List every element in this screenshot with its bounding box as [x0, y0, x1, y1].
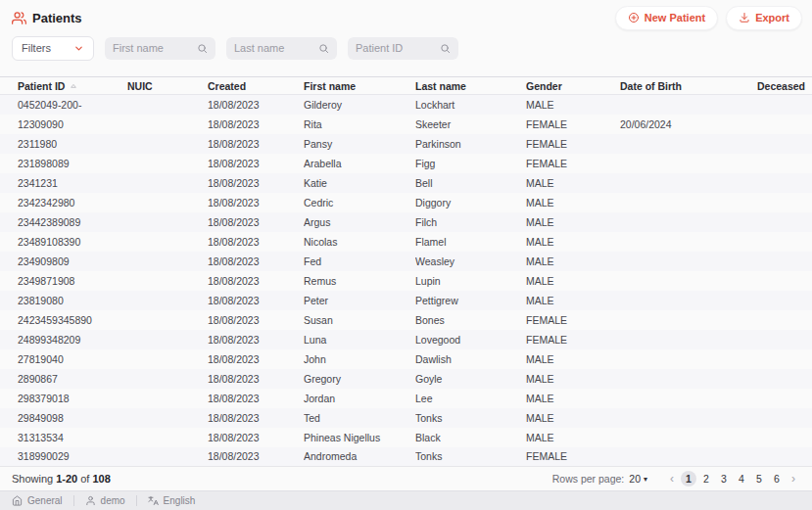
last-name-input[interactable] [234, 42, 318, 54]
cell-dob [620, 95, 757, 115]
cell-deceased [757, 349, 812, 369]
table-row[interactable]: 2984909818/08/2023TedTonksMALE [0, 408, 812, 428]
table-row[interactable]: 29837901818/08/2023JordanLeeMALE [0, 389, 812, 408]
cell-first-name: Andromeda [304, 447, 415, 467]
cell-last-name: Parkinson [415, 134, 526, 154]
cell-nuic [127, 408, 208, 428]
status-item-label: General [27, 495, 63, 506]
cell-first-name: Ted [304, 408, 415, 428]
page-button-5[interactable]: 5 [751, 471, 767, 487]
page-button-2[interactable]: 2 [698, 471, 714, 487]
cell-gender: MALE [526, 389, 620, 408]
cell-dob [620, 447, 757, 467]
cell-patient-id: 24899348209 [0, 330, 127, 349]
patients-table: Patient ID NUIC Created First name Last … [0, 76, 812, 467]
cell-nuic [127, 330, 208, 349]
column-header-created[interactable]: Created [208, 77, 304, 95]
column-header-deceased[interactable]: Deceased [757, 77, 812, 95]
cell-patient-id: 298379018 [0, 389, 127, 408]
next-page-button[interactable]: › [787, 471, 800, 487]
column-header-gender[interactable]: Gender [526, 77, 620, 95]
cell-nuic [127, 95, 208, 115]
table-row[interactable]: 234987190818/08/2023RemusLupinMALE [0, 271, 812, 291]
table-row[interactable]: 234234298018/08/2023CedricDiggoryMALE [0, 193, 812, 212]
table-footer: Showing 1-20 of 108 Rows per page: 20 ▾ … [0, 467, 812, 490]
cell-patient-id: 2890867 [0, 369, 127, 389]
page-button-6[interactable]: 6 [769, 471, 785, 487]
table-row[interactable]: 231198018/08/2023PansyParkinsonFEMALE [0, 134, 812, 154]
table-row[interactable]: 2489934820918/08/2023LunaLovegoodFEMALE [0, 330, 812, 349]
table-row[interactable]: 2348910839018/08/2023NicolasFlamelMALE [0, 232, 812, 252]
cell-created: 18/08/2023 [208, 134, 304, 154]
table-row[interactable]: 31899002918/08/2023AndromedaTonksFEMALE [0, 447, 812, 467]
cell-gender: FEMALE [526, 115, 620, 134]
cell-deceased [757, 310, 812, 330]
cell-gender: MALE [526, 193, 620, 212]
cell-deceased [757, 291, 812, 310]
patients-table-wrap: Patient ID NUIC Created First name Last … [0, 76, 812, 467]
rows-per-page-select[interactable]: 20 ▾ [629, 473, 647, 485]
cell-created: 18/08/2023 [208, 193, 304, 212]
cell-last-name: Tonks [415, 447, 526, 467]
new-patient-button[interactable]: New Patient [615, 6, 718, 30]
table-row[interactable]: 3131353418/08/2023Phineas NigellusBlackM… [0, 428, 812, 447]
page-button-3[interactable]: 3 [716, 471, 732, 487]
header: Patients New Patient Export [0, 0, 812, 35]
first-name-input[interactable] [113, 42, 197, 54]
page-button-1[interactable]: 1 [681, 471, 696, 487]
table-row[interactable]: 289086718/08/2023GregoryGoyleMALE [0, 369, 812, 389]
column-header-date-of-birth[interactable]: Date of Birth [620, 77, 757, 95]
table-row[interactable]: 242345934589018/08/2023SusanBonesFEMALE [0, 310, 812, 330]
patients-page: Patients New Patient Export [0, 0, 812, 490]
table-row[interactable]: 234123118/08/2023KatieBellMALE [0, 173, 812, 193]
pagination: ‹ 123456 › [665, 471, 800, 487]
showing-summary: Showing 1-20 of 108 [12, 473, 111, 485]
cell-deceased [757, 154, 812, 173]
cell-last-name: Bones [415, 310, 526, 330]
cell-patient-id: 27819040 [0, 349, 127, 369]
page-numbers: 123456 [681, 471, 785, 487]
table-row[interactable]: 2781904018/08/2023JohnDawlishMALE [0, 349, 812, 369]
patient-id-input[interactable] [356, 42, 440, 54]
page-button-4[interactable]: 4 [734, 471, 749, 487]
table-row[interactable]: 2381908018/08/2023PeterPettigrewMALE [0, 291, 812, 310]
table-row[interactable]: 2344238908918/08/2023ArgusFilchMALE [0, 212, 812, 232]
cell-nuic [127, 349, 208, 369]
cell-last-name: Flamel [415, 232, 526, 252]
cell-deceased [757, 252, 812, 271]
status-item-language[interactable]: English [148, 495, 196, 506]
table-row[interactable]: 23490980918/08/2023FedWeasleyMALE [0, 252, 812, 271]
cell-gender: MALE [526, 428, 620, 447]
sort-ascending-icon [70, 82, 77, 90]
column-header-patient-id[interactable]: Patient ID [0, 77, 127, 95]
export-button[interactable]: Export [726, 6, 802, 30]
title-wrap: Patients [12, 11, 82, 25]
table-row[interactable]: 23189808918/08/2023ArabellaFiggFEMALE [0, 154, 812, 173]
status-item-user[interactable]: demo [85, 495, 125, 506]
cell-nuic [127, 428, 208, 447]
rows-per-page: Rows per page: 20 ▾ [552, 473, 647, 485]
header-actions: New Patient Export [615, 6, 802, 30]
home-icon [12, 495, 23, 506]
column-header-nuic[interactable]: NUIC [127, 77, 208, 95]
column-header-last-name[interactable]: Last name [415, 77, 526, 95]
cell-dob [620, 252, 757, 271]
cell-patient-id: 2349871908 [0, 271, 127, 291]
cell-patient-id: 2311980 [0, 134, 127, 154]
cell-last-name: Lupin [415, 271, 526, 291]
new-patient-label: New Patient [645, 12, 705, 23]
previous-page-button[interactable]: ‹ [665, 471, 679, 487]
table-row[interactable]: 0452049-200-18/08/2023GilderoyLockhartMA… [0, 95, 812, 115]
status-item-general[interactable]: General [12, 495, 63, 506]
cell-dob: 20/06/2024 [620, 115, 757, 134]
cell-patient-id: 2423459345890 [0, 310, 127, 330]
cell-dob [620, 330, 757, 349]
column-header-first-name[interactable]: First name [304, 77, 415, 95]
plus-circle-icon [628, 12, 640, 23]
filters-dropdown[interactable]: Filters [12, 36, 94, 61]
divider [136, 495, 137, 506]
cell-dob [620, 310, 757, 330]
cell-first-name: Gregory [304, 369, 415, 389]
table-row[interactable]: 1230909018/08/2023RitaSkeeterFEMALE20/06… [0, 115, 812, 134]
cell-nuic [127, 447, 208, 467]
